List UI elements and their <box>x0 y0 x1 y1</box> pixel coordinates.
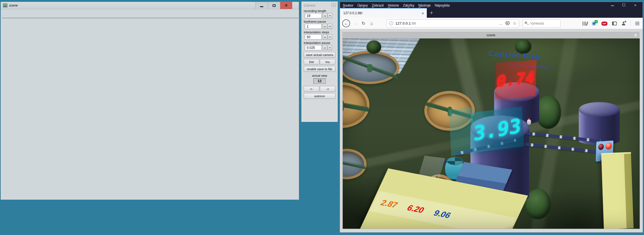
roof-value-red: 6.20 <box>405 203 426 215</box>
scraper-bridge <box>343 99 369 112</box>
del-button[interactable]: Del <box>304 59 319 65</box>
bookmark-star-icon[interactable]: ☆ <box>513 21 517 26</box>
close-icon: × <box>634 3 637 7</box>
next-step-button[interactable]: -> <box>320 86 335 92</box>
actual-step-value: 12 <box>313 78 326 84</box>
home-button[interactable]: ⌂ <box>368 19 376 28</box>
site-info-icon[interactable]: i <box>389 21 393 25</box>
tree <box>536 96 561 129</box>
interpolation-pause-field: interpolation pause ▲▼ <box>304 41 335 50</box>
tree <box>366 40 381 54</box>
close-button[interactable]: × <box>280 2 292 9</box>
browser-content: scene X Control Web Moravské přístroje a… <box>340 29 643 232</box>
keyframe-pause-input[interactable] <box>305 24 322 29</box>
menu-upravy[interactable]: Úpravy <box>357 4 368 7</box>
browser-toolbar: ← → ↻ ⌂ i 127.0.0.1:88 … ☆ 0 ABP <box>340 18 643 29</box>
forward-button[interactable]: → <box>351 19 359 28</box>
maximize-button[interactable] <box>268 2 280 9</box>
tank-valve <box>527 119 531 125</box>
spin-up-button[interactable]: ▲ <box>323 24 327 29</box>
tab-close-icon[interactable]: × <box>422 11 424 15</box>
red-level-display: 0.74 <box>495 60 536 99</box>
menu-nastroje[interactable]: Nástroje <box>418 4 431 7</box>
url-text: 127.0.0.1:88 <box>395 21 496 25</box>
maximize-icon <box>273 4 276 7</box>
scene-window-title: scene <box>9 4 18 7</box>
browser-close-button[interactable]: × <box>633 3 637 7</box>
pocket-icon[interactable] <box>506 22 509 25</box>
scene-3d-viewport-browser[interactable]: Control Web Moravské přístroje a.s. 0.74… <box>342 38 640 229</box>
interpolation-pause-input[interactable] <box>305 45 322 50</box>
search-bar[interactable] <box>522 19 560 28</box>
menu-zalozky[interactable]: Záložky <box>403 4 414 7</box>
scene-panel-close-button[interactable]: X <box>634 33 637 37</box>
scene-panel-titlebar: scene X <box>342 32 639 38</box>
interpolation-pause-label: interpolation pause <box>304 41 335 44</box>
yellow-pillar <box>601 152 633 229</box>
previous-step-button[interactable]: <- <box>304 86 319 92</box>
menu-zobrazit[interactable]: Zobrazit <box>372 4 384 7</box>
page-actions-icon[interactable]: … <box>499 21 503 26</box>
browser-tab-active[interactable]: 127.0.0.1:88/ × <box>340 8 427 18</box>
desktop: scene × Control Web Moravské přístroje a… <box>0 0 644 235</box>
scene-panel-title: scene <box>487 33 495 37</box>
search-icon <box>525 22 529 25</box>
spin-up-button[interactable]: ▲ <box>323 45 327 50</box>
plant-3d-scene: Control Web Moravské přístroje a.s. 0.74… <box>343 38 640 229</box>
back-button[interactable]: ← <box>342 19 350 27</box>
cyan-level-display: 3.93 <box>471 107 524 153</box>
tab-title: 127.0.0.1:88/ <box>343 11 422 15</box>
scene-3d-viewport[interactable]: Control Web Moravské přístroje a.s. 0.74… <box>2 18 300 18</box>
spin-down-button[interactable]: ▼ <box>328 45 332 50</box>
recording-length-label: recording length <box>304 9 335 13</box>
recording-length-field: recording length ▲▼ <box>304 9 335 18</box>
recording-length-input[interactable] <box>305 13 322 18</box>
enable-save-to-file-button[interactable]: enable save to file <box>304 66 335 72</box>
menu-hamburger-icon[interactable] <box>635 22 639 25</box>
account-icon[interactable] <box>621 21 626 26</box>
search-input[interactable] <box>530 21 555 25</box>
menu-historie[interactable]: Historie <box>388 4 399 7</box>
reload-button[interactable]: ↻ <box>359 19 368 28</box>
browser-minimize-button[interactable] <box>610 3 614 7</box>
autorun-button[interactable]: autorun <box>304 93 335 99</box>
toolbar-separator <box>630 20 631 26</box>
sidebar-icon[interactable] <box>612 22 617 25</box>
ins-button[interactable]: Ins <box>320 59 335 65</box>
keyframe-pause-field: keyframe pause ▲▼ <box>304 20 335 29</box>
app-icon <box>3 4 7 7</box>
library-icon[interactable] <box>583 22 588 26</box>
extension-icon[interactable]: 0 <box>592 21 597 26</box>
roof-value-stripe: 2.87 6.20 9.06 <box>370 191 516 229</box>
minimize-icon <box>611 5 614 6</box>
account-badge <box>625 21 626 22</box>
scraper-bridge <box>343 159 366 169</box>
spin-up-button[interactable]: ▲ <box>323 34 327 40</box>
interpolation-steps-input[interactable] <box>305 34 322 40</box>
interpolation-steps-label: interpolation steps <box>304 31 335 34</box>
scene-window-titlebar[interactable]: scene × <box>1 2 299 9</box>
browser-maximize-button[interactable] <box>622 3 626 7</box>
scraper-hub <box>343 100 344 111</box>
camera-panel-titlebar[interactable]: Camera x <box>304 3 335 8</box>
roof-value-blue: 9.06 <box>432 209 453 220</box>
spin-down-button[interactable]: ▼ <box>328 13 332 18</box>
menu-napoveda[interactable]: Nápověda <box>435 4 450 7</box>
camera-panel-close-button[interactable]: x <box>332 3 336 7</box>
roof-value-orange: 2.87 <box>378 198 399 210</box>
maximize-icon <box>622 4 625 6</box>
close-icon: × <box>285 3 287 8</box>
spin-up-button[interactable]: ▲ <box>323 13 327 18</box>
new-tab-button[interactable]: + <box>427 8 436 18</box>
extension-badge: 0 <box>595 20 598 23</box>
spin-down-button[interactable]: ▼ <box>328 34 332 40</box>
save-actual-camera-button[interactable]: save actual camera <box>304 52 335 58</box>
url-bar[interactable]: i 127.0.0.1:88 … ☆ <box>387 19 519 28</box>
adblock-icon[interactable]: ABP <box>601 22 607 26</box>
minimize-button[interactable] <box>255 2 268 9</box>
actual-step-label: actual step <box>304 74 335 77</box>
spin-down-button[interactable]: ▼ <box>328 24 332 29</box>
keyframe-pause-label: keyframe pause <box>304 20 335 23</box>
minimize-icon <box>260 6 263 7</box>
menu-soubor[interactable]: Soubor <box>343 4 353 7</box>
